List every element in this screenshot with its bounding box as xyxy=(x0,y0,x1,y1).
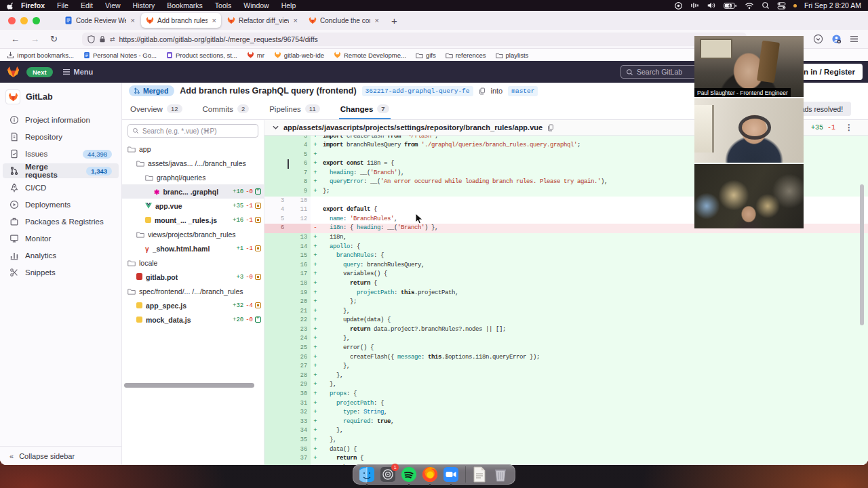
old-line-number[interactable] xyxy=(264,436,288,445)
old-line-number[interactable] xyxy=(264,353,288,363)
bookmark-item[interactable]: Remote Developme... xyxy=(334,52,406,59)
new-tab-button[interactable]: + xyxy=(384,15,404,26)
bookmark-item[interactable]: mr xyxy=(247,52,264,59)
sidebar-item-issues[interactable]: Issues44,398 xyxy=(3,146,119,161)
new-line-number[interactable]: 16 xyxy=(288,261,311,270)
new-line-number[interactable] xyxy=(288,224,311,233)
project-home-link[interactable]: GitLab xyxy=(0,83,121,113)
battery-icon[interactable] xyxy=(724,2,737,9)
apple-menu-icon[interactable] xyxy=(7,1,14,9)
old-line-number[interactable] xyxy=(264,233,288,243)
new-line-number[interactable]: 9 xyxy=(288,187,311,197)
tree-horizontal-scrollbar[interactable] xyxy=(124,383,254,388)
menubar-menu-history[interactable]: History xyxy=(133,1,155,9)
tree-folder[interactable]: locale xyxy=(122,256,264,270)
back-button[interactable]: ← xyxy=(5,34,25,44)
screen-record-icon[interactable] xyxy=(674,1,683,10)
page-vertical-scrollbar[interactable] xyxy=(860,184,864,325)
collapse-sidebar-button[interactable]: « Collapse sidebar xyxy=(0,446,121,465)
gitlab-logo-icon[interactable] xyxy=(7,66,20,78)
new-line-number[interactable]: 27 xyxy=(288,362,311,371)
tree-folder[interactable]: spec/frontend/... /.../branch_rules xyxy=(122,284,264,298)
new-line-number[interactable]: 7 xyxy=(288,169,311,178)
sidebar-item-analytics[interactable]: Analytics xyxy=(3,248,119,263)
old-line-number[interactable] xyxy=(264,136,288,141)
file-search-input[interactable]: Search (e.g. *.vue) (⌘P) xyxy=(127,124,258,138)
old-line-number[interactable]: 3 xyxy=(264,197,288,206)
new-line-number[interactable]: 18 xyxy=(288,279,311,289)
new-line-number[interactable]: 13 xyxy=(288,233,311,243)
old-line-number[interactable] xyxy=(264,141,288,150)
new-line-number[interactable]: 26 xyxy=(288,353,311,363)
tracking-permissions-icon[interactable]: ⇄ xyxy=(110,36,115,43)
new-line-number[interactable]: 20 xyxy=(288,298,311,307)
new-line-number[interactable]: 35 xyxy=(288,436,311,445)
mic-meter-icon[interactable] xyxy=(690,1,699,9)
tree-file[interactable]: app_spec.js+32-4 xyxy=(122,298,264,312)
new-line-number[interactable]: 30 xyxy=(288,390,311,399)
browser-tab-1[interactable]: Code Review Weekly Workshop× xyxy=(60,13,140,28)
menubar-menu-edit[interactable]: Edit xyxy=(81,1,93,9)
copy-file-path-icon[interactable] xyxy=(547,124,554,131)
old-line-number[interactable] xyxy=(264,261,288,270)
new-line-number[interactable]: 8 xyxy=(288,178,311,187)
old-line-number[interactable] xyxy=(264,390,288,399)
app-menu-icon[interactable] xyxy=(850,35,859,43)
old-line-number[interactable] xyxy=(264,380,288,390)
bookmark-item[interactable]: playlists xyxy=(496,52,529,59)
old-line-number[interactable] xyxy=(264,334,288,344)
new-line-number[interactable]: 12 xyxy=(288,215,311,224)
new-line-number[interactable]: 23 xyxy=(288,325,311,335)
sidebar-item-merge-requests[interactable]: Merge requests1,343 xyxy=(3,163,119,178)
new-line-number[interactable]: 11 xyxy=(288,205,311,215)
lock-icon[interactable] xyxy=(99,35,106,43)
tree-folder[interactable]: views/projects/branch_rules xyxy=(122,227,264,241)
browser-tab-4[interactable]: Conclude the combined registra× xyxy=(304,13,384,28)
sidebar-item-ci-cd[interactable]: CI/CD xyxy=(3,180,119,195)
close-window-button[interactable] xyxy=(8,17,16,24)
old-line-number[interactable] xyxy=(264,362,288,371)
new-line-number[interactable]: 10 xyxy=(288,197,311,206)
old-line-number[interactable] xyxy=(264,464,288,465)
tree-file[interactable]: γ_show.html.haml+1-1 xyxy=(122,241,264,256)
volume-icon[interactable] xyxy=(707,1,716,9)
menubar-clock[interactable]: Fri Sep 2 8:20 AM xyxy=(804,1,861,9)
control-center-icon[interactable] xyxy=(777,2,786,9)
spotlight-search-icon[interactable] xyxy=(762,1,770,9)
new-line-number[interactable]: 33 xyxy=(288,418,311,427)
account-icon[interactable] xyxy=(831,34,842,44)
bookmark-item[interactable]: Personal Notes - Go... xyxy=(83,52,157,59)
new-line-number[interactable]: 28 xyxy=(288,371,311,381)
tree-folder[interactable]: app xyxy=(122,142,264,156)
bookmark-item[interactable]: gifs xyxy=(416,52,436,59)
diff-file-path[interactable]: app/assets/javascripts/projects/settings… xyxy=(283,123,542,131)
menubar-menu-view[interactable]: View xyxy=(105,1,121,9)
sidebar-item-project-information[interactable]: Project information xyxy=(3,113,119,127)
bookmark-item[interactable]: Import bookmarks... xyxy=(7,52,74,59)
gitlab-menu-button[interactable]: Menu xyxy=(62,68,94,76)
old-line-number[interactable] xyxy=(264,150,288,160)
bookmark-item[interactable]: Product sections, st... xyxy=(166,52,237,59)
old-line-number[interactable] xyxy=(264,325,288,335)
forward-button[interactable]: → xyxy=(25,34,45,44)
tree-file[interactable]: gitlab.pot+3-0 xyxy=(122,270,264,284)
tab-close-icon[interactable]: × xyxy=(211,16,216,24)
old-line-number[interactable]: 5 xyxy=(264,215,288,224)
tree-file[interactable]: mount_... _rules.js+16-1 xyxy=(122,213,264,227)
old-line-number[interactable] xyxy=(264,243,288,252)
browser-tab-2[interactable]: Add branch rules GraphQL quer× xyxy=(141,13,221,28)
old-line-number[interactable] xyxy=(264,270,288,279)
old-line-number[interactable] xyxy=(264,316,288,325)
dock-zoom-icon[interactable] xyxy=(443,466,459,483)
webcam-video-3[interactable] xyxy=(694,164,804,228)
new-line-number[interactable]: 22 xyxy=(288,316,311,325)
old-line-number[interactable] xyxy=(264,169,288,178)
new-line-number[interactable]: 15 xyxy=(288,251,311,261)
tree-file[interactable]: app.vue+35-1 xyxy=(122,199,264,213)
target-branch-badge[interactable]: master xyxy=(508,86,538,96)
dock-document-icon[interactable] xyxy=(472,466,488,483)
new-line-number[interactable]: 25 xyxy=(288,344,311,353)
old-line-number[interactable] xyxy=(264,445,288,455)
old-line-number[interactable] xyxy=(264,251,288,261)
reload-button[interactable]: ↻ xyxy=(45,34,63,44)
